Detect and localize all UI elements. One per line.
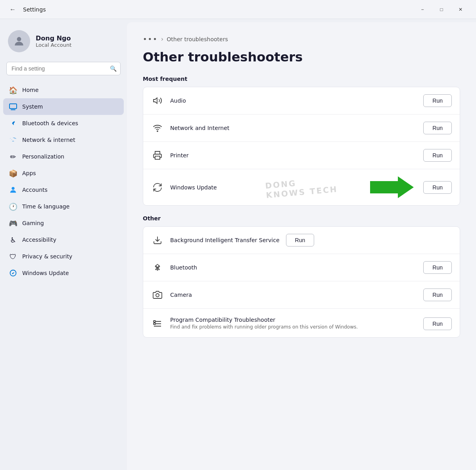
program-compat-run-button[interactable]: Run [423,317,452,330]
bluetooth-ts-icon [151,261,164,274]
most-frequent-label: Most frequent [143,76,460,82]
user-avatar-icon [13,35,25,48]
camera-label: Camera [170,292,417,298]
breadcrumb-separator: › [161,35,163,43]
highlight-arrow [370,176,414,198]
maximize-button[interactable]: □ [432,3,451,16]
apps-icon: 📦 [9,169,17,178]
svg-point-3 [12,187,14,190]
sidebar-item-system-label: System [22,103,43,110]
sidebar-item-windows-update[interactable]: Windows Update [3,265,124,281]
sidebar-item-apps[interactable]: 📦 Apps [3,165,124,182]
gaming-icon: 🎮 [9,219,17,227]
troubleshooter-item-camera: Camera Run [143,281,460,309]
windows-update-icon [9,269,17,277]
sidebar-item-time[interactable]: 🕐 Time & language [3,198,124,215]
windows-update-label: Windows Update [170,184,364,191]
close-button[interactable]: ✕ [451,3,470,16]
sidebar-item-gaming[interactable]: 🎮 Gaming [3,215,124,231]
sidebar-item-privacy[interactable]: 🛡 Privacy & security [3,248,124,265]
printer-label: Printer [170,152,417,159]
sidebar-item-system[interactable]: System [3,98,124,115]
other-label: Other [143,215,460,222]
window-controls: − □ ✕ [413,3,470,16]
network-troubleshoot-icon [151,122,164,134]
breadcrumb-dots[interactable]: ••• [143,35,158,43]
accounts-icon [9,185,17,194]
printer-run-button[interactable]: Run [423,149,452,162]
home-icon: 🏠 [9,86,17,94]
user-account-type: Local Account [36,42,71,48]
user-profile: Dong Ngo Local Account [0,25,127,60]
nav-list: 🏠 Home System Bluetooth & devices [0,82,127,281]
sidebar-item-privacy-label: Privacy & security [22,253,72,260]
sidebar-item-personalization-label: Personalization [22,153,64,160]
troubleshooter-item-printer: Printer Run [143,142,460,169]
printer-icon [151,149,164,162]
page-title: Other troubleshooters [143,50,460,65]
troubleshooter-item-network: Network and Internet Run [143,115,460,142]
network-label: Network and Internet [170,125,417,131]
program-compat-label: Program Compatibility Troubleshooter [170,317,417,323]
bluetooth-run-button[interactable]: Run [423,261,452,274]
camera-run-button[interactable]: Run [423,288,452,301]
minimize-button[interactable]: − [413,3,432,16]
svg-point-5 [157,131,158,132]
svg-rect-6 [155,156,160,159]
bluetooth-label: Bluetooth [170,264,417,271]
svg-marker-7 [370,176,414,198]
sidebar-item-accessibility[interactable]: ♿ Accessibility [3,231,124,248]
svg-rect-2 [11,109,15,110]
troubleshooter-item-bluetooth: Bluetooth Run [143,254,460,281]
bluetooth-icon [9,119,17,128]
back-button[interactable]: ← [6,3,19,16]
time-icon: 🕐 [9,202,17,211]
svg-rect-15 [154,321,155,322]
program-compat-sub: Find and fix problems with running older… [170,324,417,330]
audio-label: Audio [170,97,417,104]
sidebar-item-accounts-label: Accounts [22,187,48,193]
app-title: Settings [23,6,46,13]
troubleshooter-item-audio: Audio Run [143,87,460,115]
audio-icon [151,94,164,107]
sidebar-item-bluetooth[interactable]: Bluetooth & devices [3,115,124,132]
other-list: Background Intelligent Transfer Service … [143,226,460,338]
sidebar-item-accounts[interactable]: Accounts [3,182,124,198]
troubleshooter-item-bits: Background Intelligent Transfer Service … [143,227,460,254]
breadcrumb: ••• › Other troubleshooters [143,35,460,43]
sidebar-item-time-label: Time & language [22,203,69,210]
system-icon [9,102,17,111]
sidebar-item-home-label: Home [22,87,38,93]
svg-rect-1 [10,104,17,109]
svg-marker-4 [154,98,157,103]
content-area: ••• › Other troubleshooters Other troubl… [127,22,476,470]
search-box[interactable]: 🔍 [6,62,121,75]
sidebar-item-bluetooth-label: Bluetooth & devices [22,120,78,126]
svg-point-11 [156,294,159,297]
app-body: Dong Ngo Local Account 🔍 🏠 Home Syste [0,19,476,470]
troubleshooter-item-program-compat: Program Compatibility Troubleshooter Fin… [143,309,460,337]
avatar [8,30,30,52]
audio-run-button[interactable]: Run [423,94,452,107]
title-bar: ← Settings − □ ✕ [0,0,476,19]
network-run-button[interactable]: Run [423,122,452,134]
bits-run-button[interactable]: Run [286,234,315,246]
windows-update-run-button[interactable]: Run [423,181,452,194]
svg-rect-16 [154,323,155,325]
search-input[interactable] [6,62,121,75]
sidebar-item-network[interactable]: Network & internet [3,132,124,148]
most-frequent-list: Audio Run Network and Internet Run [143,87,460,206]
bits-icon [151,234,164,246]
sidebar-item-accessibility-label: Accessibility [22,237,56,243]
breadcrumb-current: Other troubleshooters [167,36,228,42]
sidebar-item-windows-update-label: Windows Update [22,270,69,276]
sidebar-item-personalization[interactable]: ✏️ Personalization [3,148,124,165]
privacy-icon: 🛡 [9,252,17,261]
windows-update-ts-icon [151,181,164,194]
sidebar-item-network-label: Network & internet [22,137,75,143]
sidebar-item-home[interactable]: 🏠 Home [3,82,124,98]
network-icon [9,136,17,144]
sidebar: Dong Ngo Local Account 🔍 🏠 Home Syste [0,19,127,470]
bits-label: Background Intelligent Transfer Service [170,237,280,243]
user-name: Dong Ngo [36,34,71,42]
